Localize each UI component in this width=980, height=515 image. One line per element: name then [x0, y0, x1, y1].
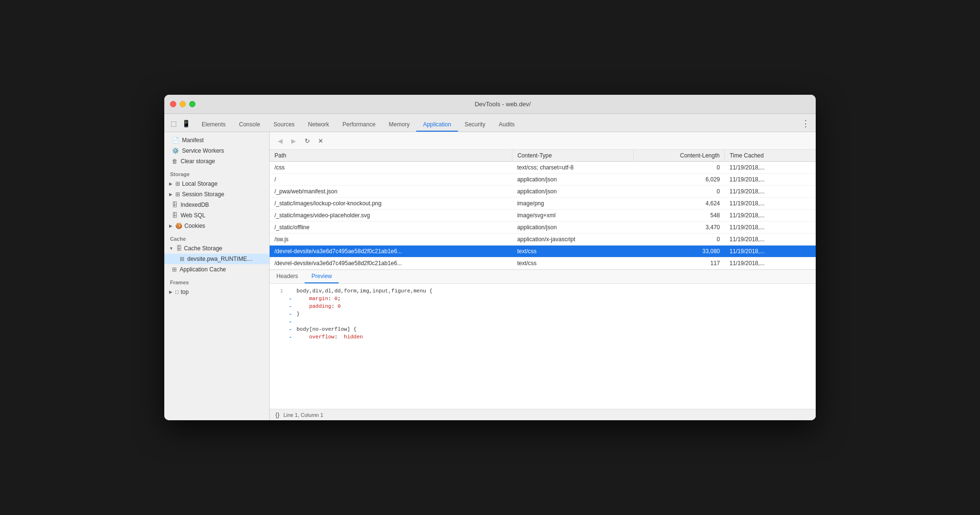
- tab-sources[interactable]: Sources: [267, 118, 301, 132]
- forward-button[interactable]: ▶: [289, 136, 298, 146]
- tab-network[interactable]: Network: [301, 118, 336, 132]
- preview-tab-headers[interactable]: Headers: [270, 270, 305, 283]
- sidebar-item-cookies[interactable]: ▶ 🍪 Cookies: [164, 221, 269, 231]
- code-line-1: 1 body,div,dl,dd,form,img,input,figure,m…: [270, 288, 816, 295]
- maximize-button[interactable]: [189, 101, 195, 107]
- cursor-icon[interactable]: ⬚: [168, 118, 179, 129]
- cell-time-cached: 11/19/2018,...: [725, 198, 816, 210]
- line-dash-5: -: [289, 319, 296, 325]
- tab-memory[interactable]: Memory: [382, 118, 416, 132]
- preview-tabs: Headers Preview: [270, 270, 816, 284]
- cell-path: /_static/offline: [270, 222, 513, 234]
- sidebar-label-manifest: Manifest: [182, 137, 204, 144]
- tab-elements[interactable]: Elements: [195, 118, 232, 132]
- tab-security[interactable]: Security: [458, 118, 492, 132]
- tab-performance[interactable]: Performance: [336, 118, 382, 132]
- tab-audits[interactable]: Audits: [492, 118, 521, 132]
- web-sql-icon: 🗄: [172, 212, 178, 219]
- refresh-button[interactable]: ↻: [302, 136, 312, 146]
- sidebar-label-local-storage: Local Storage: [182, 180, 217, 187]
- code-line-2: - margin: 0;: [270, 295, 816, 303]
- sidebar-item-indexeddb[interactable]: 🗄 IndexedDB: [164, 200, 269, 210]
- status-icon: {}: [275, 411, 280, 418]
- table-row[interactable]: /_pwa/web/manifest.jsonapplication/json0…: [270, 186, 816, 198]
- cell-content-length: 4,624: [634, 198, 725, 210]
- cookies-icon: 🍪: [175, 223, 182, 229]
- manifest-icon: 📄: [172, 137, 179, 144]
- cell-time-cached: 11/19/2018,...: [725, 258, 816, 269]
- expand-arrow-cookies: ▶: [169, 224, 172, 228]
- sidebar-label-cache-runtime: devsite.pwa_RUNTIME_v2 - https://web.c: [187, 256, 254, 262]
- cell-content-length: 117: [634, 258, 725, 269]
- cell-time-cached: 11/19/2018,...: [725, 234, 816, 246]
- minimize-button[interactable]: [180, 101, 186, 107]
- sidebar-item-service-workers[interactable]: ⚙️ Service Workers: [164, 146, 269, 156]
- code-line-3: - padding: 0: [270, 303, 816, 311]
- tab-console[interactable]: Console: [232, 118, 267, 132]
- cell-path: /devrel-devsite/va3e6d7c495ae58d2f0c21ab…: [270, 258, 513, 269]
- cell-content-type: application/json: [513, 174, 634, 186]
- table-row[interactable]: /_static/offlineapplication/json3,47011/…: [270, 222, 816, 234]
- cache-table: Path Content-Type Content-Length Time Ca…: [270, 150, 816, 269]
- cell-time-cached: 11/19/2018,...: [725, 222, 816, 234]
- line-number-1: 1: [270, 288, 289, 294]
- toolbar-icons: ⬚ 📱: [168, 118, 195, 132]
- preview-tab-preview[interactable]: Preview: [305, 270, 339, 283]
- cell-content-type: image/svg+xml: [513, 210, 634, 222]
- cache-storage-icon: 🗄: [176, 245, 182, 252]
- cache-section-label: Cache: [164, 231, 269, 243]
- storage-section-label: Storage: [164, 167, 269, 179]
- sidebar-item-top-frame[interactable]: ▶ □ top: [164, 287, 269, 297]
- tab-application[interactable]: Application: [416, 118, 458, 132]
- col-header-time-cached: Time Cached: [725, 150, 816, 162]
- cache-runtime-icon: ⊞: [180, 256, 184, 262]
- cell-time-cached: 11/19/2018,...: [725, 186, 816, 198]
- cell-time-cached: 11/19/2018,...: [725, 246, 816, 258]
- cell-time-cached: 11/19/2018,...: [725, 174, 816, 186]
- sidebar-item-web-sql[interactable]: 🗄 Web SQL: [164, 210, 269, 221]
- sidebar-label-indexeddb: IndexedDB: [181, 202, 209, 208]
- sidebar-item-cache-storage[interactable]: ▼ 🗄 Cache Storage: [164, 243, 269, 254]
- clear-storage-icon: 🗑: [172, 158, 178, 165]
- table-row[interactable]: /application/json6,02911/19/2018,...: [270, 174, 816, 186]
- close-button[interactable]: [170, 101, 176, 107]
- table-row[interactable]: /_static/images/video-placeholder.svgima…: [270, 210, 816, 222]
- sidebar-label-cache-storage: Cache Storage: [184, 245, 222, 252]
- col-header-content-length: Content-Length: [634, 150, 725, 162]
- tab-bar: ⬚ 📱 Elements Console Sources Network Per…: [164, 114, 816, 132]
- cell-content-type: image/png: [513, 198, 634, 210]
- more-tabs-button[interactable]: ⋮: [796, 118, 816, 132]
- sidebar-label-clear-storage: Clear storage: [181, 158, 215, 165]
- cell-content-length: 0: [634, 234, 725, 246]
- sidebar-item-manifest[interactable]: 📄 Manifest: [164, 135, 269, 146]
- service-workers-icon: ⚙️: [172, 147, 179, 154]
- sidebar-item-cache-runtime[interactable]: ⊞ devsite.pwa_RUNTIME_v2 - https://web.c: [164, 254, 269, 264]
- cell-content-type: application/json: [513, 222, 634, 234]
- cell-content-length: 33,080: [634, 246, 725, 258]
- sidebar-item-clear-storage[interactable]: 🗑 Clear storage: [164, 156, 269, 167]
- col-header-path: Path: [270, 150, 513, 162]
- cell-content-type: text/css; charset=utf-8: [513, 162, 634, 174]
- clear-button[interactable]: ✕: [316, 136, 325, 146]
- sidebar: 📄 Manifest ⚙️ Service Workers 🗑 Clear st…: [164, 132, 270, 420]
- main-tabs: Elements Console Sources Network Perform…: [195, 118, 522, 132]
- table-row[interactable]: /csstext/css; charset=utf-8011/19/2018,.…: [270, 162, 816, 174]
- code-view: 1 body,div,dl,dd,form,img,input,figure,m…: [270, 284, 816, 409]
- cell-path: /devrel-devsite/va3e6d7c495ae58d2f0c21ab…: [270, 246, 513, 258]
- back-button[interactable]: ◀: [275, 136, 285, 146]
- sidebar-item-application-cache[interactable]: ⊞ Application Cache: [164, 264, 269, 275]
- device-icon[interactable]: 📱: [181, 118, 191, 129]
- window-title: DevTools - web.dev/: [195, 101, 810, 108]
- sidebar-item-local-storage[interactable]: ▶ ⊞ Local Storage: [164, 179, 269, 189]
- code-line-6: - body[no-overflow] {: [270, 326, 816, 334]
- table-row[interactable]: /_static/images/lockup-color-knockout.pn…: [270, 198, 816, 210]
- sidebar-item-session-storage[interactable]: ▶ ⊞ Session Storage: [164, 189, 269, 200]
- table-row[interactable]: /devrel-devsite/va3e6d7c495ae58d2f0c21ab…: [270, 258, 816, 269]
- table-row[interactable]: /devrel-devsite/va3e6d7c495ae58d2f0c21ab…: [270, 246, 816, 258]
- right-panel: ◀ ▶ ↻ ✕ Path Content-Type Content-Length…: [270, 132, 816, 420]
- table-row[interactable]: /sw.jsapplication/x-javascript011/19/201…: [270, 234, 816, 246]
- expand-arrow-top: ▶: [169, 290, 172, 294]
- col-header-content-type: Content-Type: [513, 150, 634, 162]
- code-line-7: - overflow: hidden: [270, 334, 816, 341]
- code-content-1: body,div,dl,dd,form,img,input,figure,men…: [296, 288, 816, 294]
